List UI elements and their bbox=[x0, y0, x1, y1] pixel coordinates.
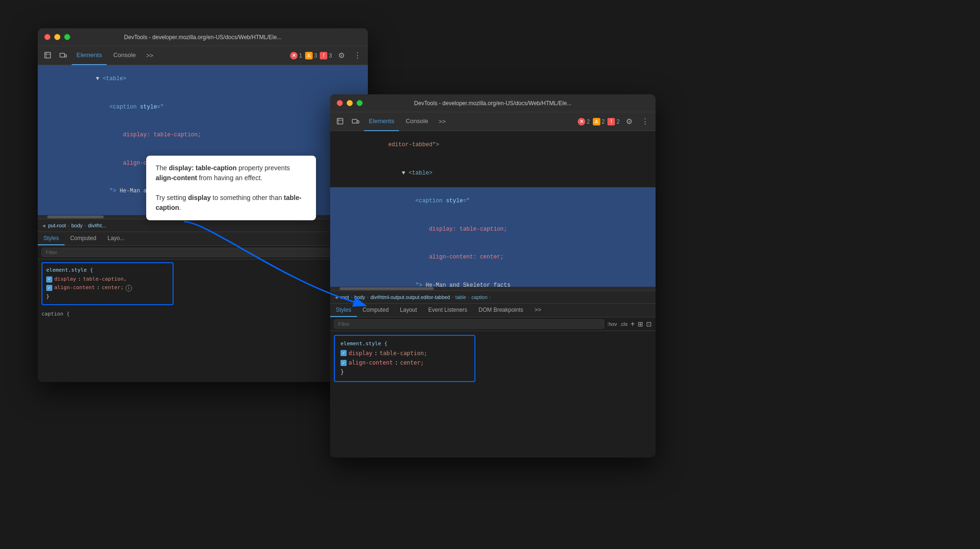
tab-console-1[interactable]: Console bbox=[108, 46, 141, 65]
styles-tab-1[interactable]: Styles bbox=[38, 232, 65, 245]
svg-rect-3 bbox=[60, 53, 65, 57]
paint-icon[interactable]: ⊡ bbox=[646, 320, 652, 328]
responsive-icon-2[interactable] bbox=[349, 115, 362, 128]
warning-icon-2: ⚠ bbox=[593, 118, 600, 125]
error-icon-2: ✕ bbox=[578, 118, 585, 125]
info-icon-badge-2: ! bbox=[607, 118, 615, 125]
minimize-button-2[interactable] bbox=[347, 100, 353, 106]
checkbox-display-1[interactable] bbox=[46, 276, 52, 283]
css-rule-1: element.style { display: table-caption, … bbox=[42, 262, 174, 305]
settings-button-2[interactable]: ⚙ bbox=[623, 115, 636, 128]
event-listeners-tab-2[interactable]: Event Listeners bbox=[423, 304, 473, 317]
menu-button-1[interactable]: ⋮ bbox=[351, 49, 364, 62]
svg-rect-0 bbox=[45, 52, 50, 58]
maximize-button-2[interactable] bbox=[357, 100, 363, 106]
info-badge-2: ! 2 bbox=[607, 118, 620, 125]
window-1-title: DevTools - developer.mozilla.org/en-US/d… bbox=[124, 34, 282, 41]
menu-button-2[interactable]: ⋮ bbox=[639, 115, 652, 128]
scrollbar-thumb-1[interactable] bbox=[47, 216, 104, 218]
tab-elements-1[interactable]: Elements bbox=[72, 46, 107, 65]
hov-button[interactable]: :hov bbox=[607, 321, 617, 327]
settings-button-1[interactable]: ⚙ bbox=[335, 49, 348, 62]
layout-tab-1[interactable]: Layo... bbox=[102, 232, 130, 245]
html-line-caption-open[interactable]: <caption style=" bbox=[38, 93, 368, 122]
svg-rect-4 bbox=[65, 55, 66, 57]
inspector-icon[interactable] bbox=[42, 49, 55, 62]
window-1-titlebar: DevTools - developer.mozilla.org/en-US/d… bbox=[38, 28, 368, 46]
info-badge-1: ! 3 bbox=[320, 52, 332, 59]
svg-rect-6 bbox=[337, 118, 343, 124]
error-badge-2: ✕ 2 bbox=[578, 118, 590, 125]
inspector-icon-2[interactable] bbox=[334, 115, 347, 128]
tab-console-2[interactable]: Console bbox=[401, 112, 433, 131]
toolbar-badges-2: ✕ 2 ⚠ 2 ! 2 ⚙ ⋮ bbox=[578, 115, 652, 128]
maximize-button-1[interactable] bbox=[64, 34, 70, 40]
svg-rect-10 bbox=[357, 121, 359, 123]
tooltip-callout: The display: table-caption property prev… bbox=[146, 156, 316, 220]
error-icon-1: ✕ bbox=[290, 52, 298, 59]
responsive-icon[interactable] bbox=[57, 49, 70, 62]
tab-elements-2[interactable]: Elements bbox=[364, 112, 399, 131]
svg-rect-9 bbox=[352, 119, 357, 123]
window-1-toolbar: Elements Console >> ✕ 1 ⚠ 3 ! 3 ⚙ bbox=[38, 46, 368, 65]
more-panel-tabs-2[interactable]: >> bbox=[529, 304, 547, 317]
close-button-1[interactable] bbox=[44, 34, 50, 40]
html-line-display[interactable]: display: table-caption; bbox=[38, 121, 368, 150]
traffic-lights-2[interactable] bbox=[337, 100, 363, 106]
breadcrumb-div-1[interactable]: div#ht... bbox=[88, 223, 106, 228]
tooltip-text: The display: table-caption property prev… bbox=[156, 163, 307, 183]
breadcrumb-back-1[interactable]: ◄ bbox=[42, 223, 46, 228]
html-line-table-2[interactable]: ▼ <table> bbox=[330, 159, 656, 188]
breadcrumb-body-1[interactable]: body bbox=[71, 223, 83, 228]
info-icon-1[interactable]: i bbox=[125, 285, 132, 291]
window-2-title: DevTools - developer.mozilla.org/en-US/d… bbox=[414, 100, 572, 107]
layout-tab-2[interactable]: Layout bbox=[394, 304, 423, 317]
window-2-toolbar: Elements Console >> ✕ 2 ⚠ 2 ! 2 ⚙ bbox=[330, 112, 656, 131]
computed-icon[interactable]: ⊞ bbox=[638, 320, 643, 328]
info-icon-badge-1: ! bbox=[320, 52, 327, 59]
checkbox-align-1[interactable] bbox=[46, 285, 52, 291]
html-line-editor-tabbed[interactable]: editor-tabbed"> bbox=[330, 131, 656, 159]
css-prop-display-1[interactable]: display: table-caption, bbox=[46, 275, 169, 284]
tooltip-hint: Try setting display to something other t… bbox=[156, 193, 307, 213]
css-prop-align-1[interactable]: align-content: center; i bbox=[46, 283, 169, 292]
minimize-button-1[interactable] bbox=[54, 34, 60, 40]
breadcrumb-table[interactable]: table bbox=[456, 294, 466, 300]
dom-breakpoints-tab-2[interactable]: DOM Breakpoints bbox=[473, 304, 529, 317]
breadcrumb-caption[interactable]: caption bbox=[472, 294, 488, 300]
css-close-1: } bbox=[46, 292, 169, 301]
computed-tab-1[interactable]: Computed bbox=[65, 232, 102, 245]
css-selector-1: element.style { bbox=[46, 266, 169, 275]
close-button-2[interactable] bbox=[337, 100, 343, 106]
warning-icon-1: ⚠ bbox=[305, 52, 313, 59]
blue-arrow bbox=[160, 208, 396, 373]
more-tabs-2[interactable]: >> bbox=[435, 116, 449, 127]
breadcrumb-put-root[interactable]: put-root bbox=[48, 223, 66, 228]
add-rule-button[interactable]: + bbox=[631, 320, 635, 328]
warning-badge-1: ⚠ 3 bbox=[305, 52, 317, 59]
toolbar-badges-1: ✕ 1 ⚠ 3 ! 3 ⚙ ⋮ bbox=[290, 49, 364, 62]
more-tabs-1[interactable]: >> bbox=[142, 50, 157, 61]
traffic-lights-1[interactable] bbox=[44, 34, 70, 40]
error-badge-1: ✕ 1 bbox=[290, 52, 302, 59]
window-2-titlebar: DevTools - developer.mozilla.org/en-US/d… bbox=[330, 94, 656, 112]
cls-button[interactable]: .cls bbox=[620, 321, 628, 327]
html-line-table[interactable]: ▼ <table> bbox=[38, 65, 368, 93]
warning-badge-2: ⚠ 2 bbox=[593, 118, 605, 125]
